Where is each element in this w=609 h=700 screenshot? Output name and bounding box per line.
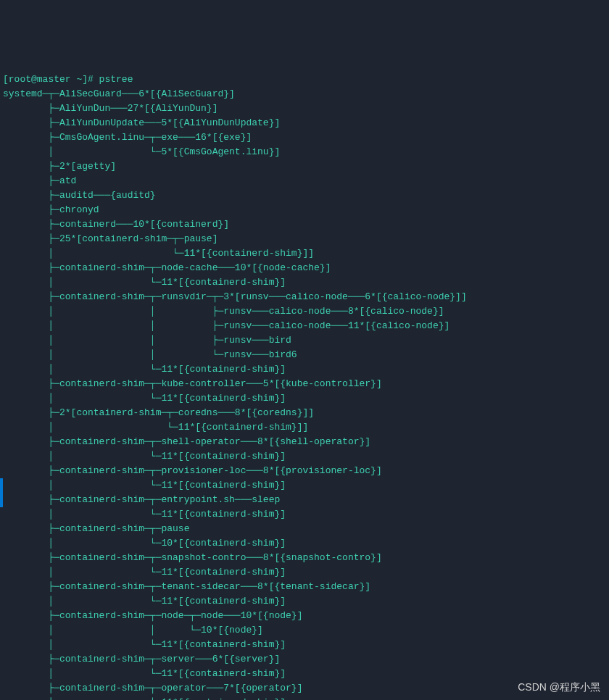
terminal-output: [root@master ~]# pstree systemd─┬─AliSec… <box>0 58 609 700</box>
shell-prompt: [root@master ~]# pstree <box>3 74 133 85</box>
sidebar-accent <box>0 478 3 507</box>
watermark-text: CSDN @程序小黑 <box>518 680 600 694</box>
pstree-output: systemd─┬─AliSecGuard───6*[{AliSecGuard}… <box>3 87 606 700</box>
